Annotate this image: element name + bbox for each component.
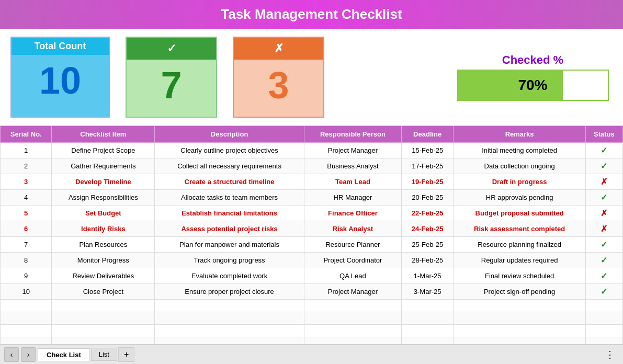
col-remarks: Remarks	[454, 126, 585, 143]
progress-bar: 70%	[457, 70, 609, 101]
cell-description: Collect all necessary requirements	[155, 158, 304, 174]
cell-deadline: 15-Feb-25	[401, 143, 453, 158]
table-row: 10 Close Project Ensure proper project c…	[1, 284, 623, 300]
tab-list[interactable]: List	[91, 348, 117, 361]
bottom-bar: ‹ › Check List List + ⋮	[0, 344, 623, 364]
cell-description: Track ongoing progress	[155, 253, 304, 268]
cell-person: HR Manager	[304, 190, 401, 206]
cell-deadline: 1-Mar-25	[401, 268, 453, 284]
table-body: 1 Define Project Scope Clearly outline p…	[1, 143, 623, 362]
cell-person: Project Coordinator	[304, 253, 401, 268]
cell-description: Create a structured timeline	[155, 174, 304, 190]
cell-item: Gather Requirements	[52, 158, 155, 174]
page-title: Task Management Checklist	[0, 6, 623, 22]
cell-serial: 4	[1, 190, 52, 206]
cell-deadline: 3-Mar-25	[401, 284, 453, 300]
col-serial: Serial No.	[1, 126, 52, 143]
cell-serial: 6	[1, 221, 52, 237]
cell-remarks: Budget proposal submitted	[454, 206, 585, 221]
cell-status: ✓	[585, 237, 622, 253]
table-row: 7 Plan Resources Plan for manpower and m…	[1, 237, 623, 253]
tab-checklist[interactable]: Check List	[38, 348, 90, 361]
cell-description: Establish financial limitations	[155, 206, 304, 221]
cell-remarks: Regular updates required	[454, 253, 585, 268]
cell-status: ✓	[585, 268, 622, 284]
cell-item: Close Project	[52, 284, 155, 300]
status-check-icon: ✓	[601, 287, 607, 296]
status-check-icon: ✓	[601, 271, 607, 280]
checklist-table-container: Serial No. Checklist Item Description Re…	[0, 126, 623, 362]
table-row: 1 Define Project Scope Clearly outline p…	[1, 143, 623, 158]
status-cross-icon: ✗	[601, 209, 607, 218]
col-person: Responsible Person	[304, 126, 401, 143]
checked-percent-card: Checked % 70%	[453, 53, 613, 101]
cell-serial: 3	[1, 174, 52, 190]
cell-deadline: 17-Feb-25	[401, 158, 453, 174]
cell-status: ✗	[585, 174, 622, 190]
status-check-icon: ✓	[601, 146, 607, 155]
col-status: Status	[585, 126, 622, 143]
cell-item: Develop Timeline	[52, 174, 155, 190]
total-count-card: Total Count 10	[10, 37, 110, 118]
table-row: 8 Monitor Progress Track ongoing progres…	[1, 253, 623, 268]
add-tab-button[interactable]: +	[118, 347, 134, 362]
cell-status: ✓	[585, 158, 622, 174]
cell-remarks: Final review scheduled	[454, 268, 585, 284]
total-count-value: 10	[39, 60, 81, 101]
cell-status: ✗	[585, 221, 622, 237]
table-row: 2 Gather Requirements Collect all necess…	[1, 158, 623, 174]
cell-remarks: Data collection ongoing	[454, 158, 585, 174]
nav-prev-button[interactable]: ‹	[4, 347, 19, 362]
col-item: Checklist Item	[52, 126, 155, 143]
cell-remarks: HR approvals pending	[454, 190, 585, 206]
cell-item: Monitor Progress	[52, 253, 155, 268]
cell-person: Project Manager	[304, 284, 401, 300]
cell-serial: 1	[1, 143, 52, 158]
cell-item: Define Project Scope	[52, 143, 155, 158]
options-button[interactable]: ⋮	[601, 349, 619, 360]
cell-remarks: Risk assessment completed	[454, 221, 585, 237]
cell-item: Plan Resources	[52, 237, 155, 253]
cell-deadline: 22-Feb-25	[401, 206, 453, 221]
cell-serial: 8	[1, 253, 52, 268]
cell-person: Team Lead	[304, 174, 401, 190]
cell-deadline: 25-Feb-25	[401, 237, 453, 253]
status-cross-icon: ✗	[601, 224, 607, 233]
cell-deadline: 24-Feb-25	[401, 221, 453, 237]
cell-description: Evaluate completed work	[155, 268, 304, 284]
cell-remarks: Draft in progress	[454, 174, 585, 190]
cell-status: ✓	[585, 284, 622, 300]
cell-serial: 2	[1, 158, 52, 174]
cell-status: ✗	[585, 206, 622, 221]
cell-person: Risk Analyst	[304, 221, 401, 237]
unchecked-count-value: 3	[268, 65, 289, 106]
cell-person: Finance Officer	[304, 206, 401, 221]
col-deadline: Deadline	[401, 126, 453, 143]
page-header: Task Management Checklist	[0, 0, 623, 29]
cell-person: Business Analyst	[304, 158, 401, 174]
cell-person: Resource Planner	[304, 237, 401, 253]
stats-row: Total Count 10 ✓ 7 ✗ 3 Checked % 70%	[0, 29, 623, 126]
table-row: 4 Assign Responsibilities Allocate tasks…	[1, 190, 623, 206]
table-row-empty	[1, 325, 623, 337]
table-row: 5 Set Budget Establish financial limitat…	[1, 206, 623, 221]
cell-item: Review Deliverables	[52, 268, 155, 284]
cell-description: Allocate tasks to team members	[155, 190, 304, 206]
table-row: 9 Review Deliverables Evaluate completed…	[1, 268, 623, 284]
cell-person: QA Lead	[304, 268, 401, 284]
nav-next-button[interactable]: ›	[21, 347, 36, 362]
table-row: 3 Develop Timeline Create a structured t…	[1, 174, 623, 190]
status-check-icon: ✓	[601, 162, 607, 170]
table-header: Serial No. Checklist Item Description Re…	[1, 126, 623, 143]
cell-description: Plan for manpower and materials	[155, 237, 304, 253]
unchecked-mark: ✗	[234, 38, 323, 60]
cell-item: Set Budget	[52, 206, 155, 221]
cell-serial: 7	[1, 237, 52, 253]
cell-deadline: 20-Feb-25	[401, 190, 453, 206]
cell-item: Identify Risks	[52, 221, 155, 237]
cell-serial: 9	[1, 268, 52, 284]
unchecked-count-card: ✗ 3	[233, 37, 324, 118]
table-row-empty	[1, 300, 623, 312]
status-check-icon: ✓	[601, 240, 607, 249]
cell-item: Assign Responsibilities	[52, 190, 155, 206]
